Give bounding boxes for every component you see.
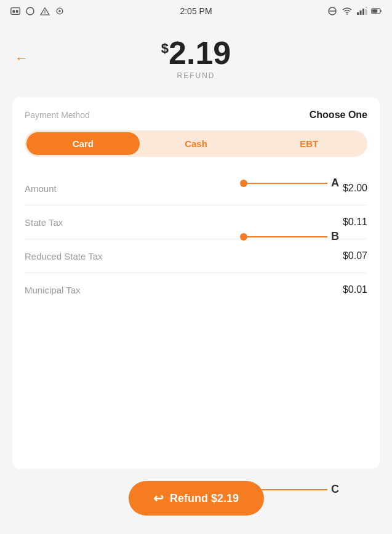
svg-rect-19 <box>372 9 377 13</box>
status-icons-right <box>327 7 382 15</box>
svg-point-8 <box>58 10 61 12</box>
status-icons-left <box>10 7 65 15</box>
svg-rect-2 <box>16 10 18 13</box>
battery-icon <box>371 7 382 15</box>
svg-rect-13 <box>359 10 361 15</box>
settings-icon <box>54 7 65 15</box>
cash-toggle-button[interactable]: Cash <box>140 132 253 155</box>
status-time: 2:05 PM <box>180 6 212 16</box>
signal-icon <box>356 7 367 15</box>
municipal-tax-row: Municipal Tax $0.01 <box>25 273 367 306</box>
warning-icon <box>39 7 50 15</box>
amount-label: Amount <box>25 183 57 194</box>
reduced-state-tax-value: $0.07 <box>343 250 367 261</box>
refund-button[interactable]: ↩ Refund $2.19 <box>129 481 264 516</box>
amount-value: $2.19 <box>161 37 231 69</box>
svg-point-3 <box>26 7 34 15</box>
svg-point-11 <box>346 14 348 15</box>
amount-display: $2.19 REFUND <box>161 37 231 80</box>
svg-rect-18 <box>380 10 382 12</box>
state-tax-value: $0.11 <box>343 217 367 228</box>
svg-rect-14 <box>362 9 364 15</box>
reduced-state-tax-label: Reduced State Tax <box>25 251 102 261</box>
svg-rect-0 <box>11 8 20 15</box>
sim-icon <box>10 7 21 15</box>
svg-rect-1 <box>13 10 15 13</box>
wifi-icon <box>342 7 353 15</box>
payment-method-label: Payment Method <box>25 110 90 120</box>
main-content: ← $2.19 REFUND Payment Method Choose One… <box>0 22 392 469</box>
circle-icon <box>25 7 36 15</box>
refund-label: REFUND <box>161 71 231 80</box>
reduced-state-tax-row: Reduced State Tax $0.07 <box>25 239 367 273</box>
state-tax-label: State Tax <box>25 217 63 228</box>
payment-toggle-group: Card Cash EBT <box>25 130 367 157</box>
payment-method-row: Payment Method Choose One <box>25 110 367 121</box>
currency-symbol: $ <box>161 41 169 56</box>
status-bar: 2:05 PM <box>0 0 392 22</box>
amount-row: Amount $2.00 <box>25 172 367 205</box>
refund-button-label: Refund $2.19 <box>170 492 239 505</box>
municipal-tax-value: $0.01 <box>343 284 367 295</box>
municipal-tax-label: Municipal Tax <box>25 285 81 295</box>
ebt-toggle-button[interactable]: EBT <box>252 132 366 155</box>
choose-one-label: Choose One <box>310 110 367 121</box>
svg-point-6 <box>44 14 45 14</box>
back-button[interactable]: ← <box>12 48 31 69</box>
header: ← $2.19 REFUND <box>12 22 380 85</box>
state-tax-row: State Tax $0.11 <box>25 205 367 239</box>
phone-frame: 2:05 PM <box>0 0 392 534</box>
amount-value-display: $2.00 <box>343 183 367 194</box>
card-toggle-button[interactable]: Card <box>26 132 140 155</box>
bottom-area: ↩ Refund $2.19 <box>0 469 392 534</box>
svg-rect-12 <box>357 12 359 15</box>
card-panel: Payment Method Choose One Card Cash EBT … <box>12 97 380 469</box>
refund-arrow-icon: ↩ <box>153 491 164 506</box>
dnd-icon <box>327 7 338 15</box>
